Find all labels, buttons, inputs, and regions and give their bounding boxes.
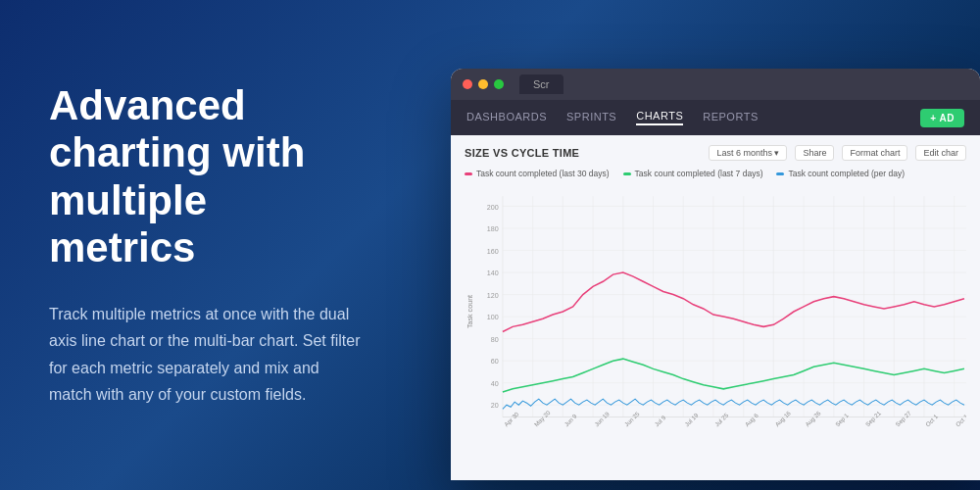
svg-text:180: 180 [487, 225, 499, 233]
svg-text:Jul 9: Jul 9 [653, 414, 667, 428]
legend-item-perday: Task count completed (per day) [776, 169, 905, 178]
svg-text:80: 80 [491, 336, 499, 344]
chart-container: Task count 200 180 160 140 [465, 184, 966, 439]
svg-text:Jul 19: Jul 19 [683, 412, 700, 428]
browser-topbar: Scr [451, 69, 980, 100]
chart-legend: Task count completed (last 30 days) Task… [465, 169, 966, 178]
svg-text:20: 20 [491, 402, 499, 410]
minimize-dot [478, 79, 488, 89]
svg-text:Oct 1: Oct 1 [955, 413, 966, 428]
main-heading: Advanced charting with multiple metrics [49, 82, 363, 271]
svg-text:120: 120 [487, 292, 499, 300]
svg-text:Jun 19: Jun 19 [593, 410, 611, 427]
chart-area: SIZE VS CYCLE TIME Last 6 months ▾ Share… [451, 135, 980, 480]
svg-text:Apr 30: Apr 30 [503, 410, 520, 427]
nav-bar: DASHBOARDS SPRINTS CHARTS REPORTS + AD [451, 100, 980, 135]
line-30days [503, 272, 964, 331]
date-range-button[interactable]: Last 6 months ▾ [709, 145, 787, 161]
legend-item-30days: Task count completed (last 30 days) [465, 169, 610, 178]
share-button[interactable]: Share [795, 145, 834, 161]
browser-window: Scr DASHBOARDS SPRINTS CHARTS REPORTS + … [451, 69, 980, 480]
chart-header: SIZE VS CYCLE TIME Last 6 months ▾ Share… [465, 145, 966, 161]
add-button[interactable]: + AD [920, 109, 964, 127]
svg-text:Sep 27: Sep 27 [894, 409, 912, 427]
svg-text:Aug 6: Aug 6 [744, 412, 760, 428]
close-dot [463, 79, 472, 89]
line-7days [503, 359, 964, 392]
browser-tab: Scr [519, 74, 564, 94]
svg-text:160: 160 [487, 248, 499, 256]
svg-text:Aug 26: Aug 26 [804, 409, 822, 427]
svg-text:May 20: May 20 [532, 409, 552, 428]
legend-label-30days: Task count completed (last 30 days) [476, 169, 610, 178]
description-text: Track multiple metrics at once with the … [49, 301, 363, 408]
svg-text:140: 140 [487, 270, 499, 277]
right-panel: Scr DASHBOARDS SPRINTS CHARTS REPORTS + … [412, 10, 980, 480]
svg-text:Oct 1: Oct 1 [924, 413, 940, 428]
legend-label-7days: Task count completed (last 7 days) [635, 169, 763, 178]
svg-text:Sep 21: Sep 21 [863, 409, 882, 427]
left-panel: Advanced charting with multiple metrics … [0, 24, 412, 466]
nav-dashboards[interactable]: DASHBOARDS [466, 111, 547, 124]
maximize-dot [494, 79, 504, 89]
svg-text:Task count: Task count [466, 295, 474, 328]
nav-charts[interactable]: CHARTS [636, 110, 683, 125]
nav-reports[interactable]: REPORTS [703, 111, 758, 124]
legend-label-perday: Task count completed (per day) [788, 169, 905, 178]
chart-controls: Last 6 months ▾ Share Format chart Edit … [709, 145, 966, 161]
svg-text:Sep 1: Sep 1 [834, 412, 851, 428]
legend-item-7days: Task count completed (last 7 days) [623, 169, 763, 178]
legend-color-7days [623, 172, 631, 175]
svg-text:200: 200 [487, 204, 499, 212]
svg-text:Aug 16: Aug 16 [773, 409, 792, 427]
format-chart-button[interactable]: Format chart [842, 145, 907, 161]
svg-text:40: 40 [491, 380, 499, 388]
svg-text:Jun 9: Jun 9 [563, 413, 578, 428]
edit-chart-button[interactable]: Edit char [915, 145, 966, 161]
legend-color-30days [465, 172, 472, 175]
chart-title: SIZE VS CYCLE TIME [465, 147, 579, 159]
svg-text:100: 100 [487, 314, 499, 321]
svg-text:Jun 25: Jun 25 [623, 410, 641, 427]
nav-sprints[interactable]: SPRINTS [566, 111, 616, 124]
svg-text:Jul 25: Jul 25 [713, 412, 730, 428]
svg-text:60: 60 [491, 358, 499, 366]
chart-svg: Task count 200 180 160 140 [465, 184, 966, 439]
line-perday [503, 399, 964, 409]
legend-color-perday [776, 172, 784, 175]
